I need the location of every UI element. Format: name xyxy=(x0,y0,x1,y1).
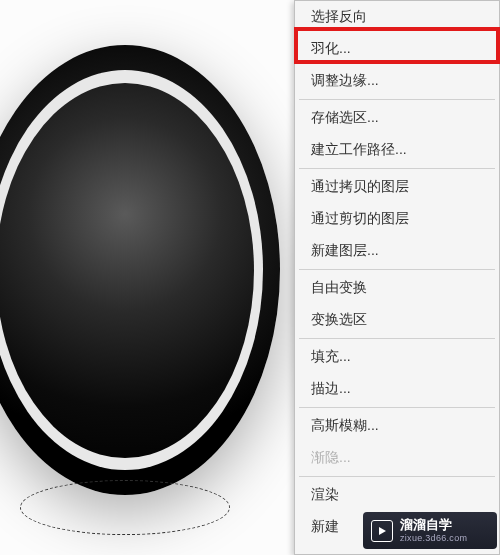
menu-item-15[interactable]: 描边... xyxy=(295,373,499,405)
menu-item-7[interactable]: 通过拷贝的图层 xyxy=(295,171,499,203)
play-icon xyxy=(371,520,393,542)
menu-item-17[interactable]: 高斯模糊... xyxy=(295,410,499,442)
menu-item-1[interactable]: 羽化... xyxy=(295,33,499,65)
menu-item-11[interactable]: 自由变换 xyxy=(295,272,499,304)
menu-item-18: 渐隐... xyxy=(295,442,499,474)
menu-item-14[interactable]: 填充... xyxy=(295,341,499,373)
menu-item-20[interactable]: 渲染 xyxy=(295,479,499,511)
menu-separator xyxy=(299,269,495,270)
menu-item-2[interactable]: 调整边缘... xyxy=(295,65,499,97)
selection-marquee[interactable] xyxy=(20,480,230,535)
watermark-title: 溜溜自学 xyxy=(400,518,467,533)
menu-item-0[interactable]: 选择反向 xyxy=(295,1,499,33)
menu-separator xyxy=(299,99,495,100)
menu-separator xyxy=(299,407,495,408)
menu-separator xyxy=(299,168,495,169)
context-menu: 选择反向羽化...调整边缘...存储选区...建立工作路径...通过拷贝的图层通… xyxy=(294,0,500,555)
menu-item-4[interactable]: 存储选区... xyxy=(295,102,499,134)
watermark-text: 溜溜自学 zixue.3d66.com xyxy=(400,518,467,543)
circle-inner-shape xyxy=(0,83,254,458)
menu-item-8[interactable]: 通过剪切的图层 xyxy=(295,203,499,235)
menu-item-12[interactable]: 变换选区 xyxy=(295,304,499,336)
menu-item-5[interactable]: 建立工作路径... xyxy=(295,134,499,166)
svg-marker-0 xyxy=(379,527,386,535)
menu-separator xyxy=(299,338,495,339)
menu-separator xyxy=(299,476,495,477)
menu-item-9[interactable]: 新建图层... xyxy=(295,235,499,267)
watermark-subtitle: zixue.3d66.com xyxy=(400,533,467,543)
watermark-badge: 溜溜自学 zixue.3d66.com xyxy=(363,512,497,549)
